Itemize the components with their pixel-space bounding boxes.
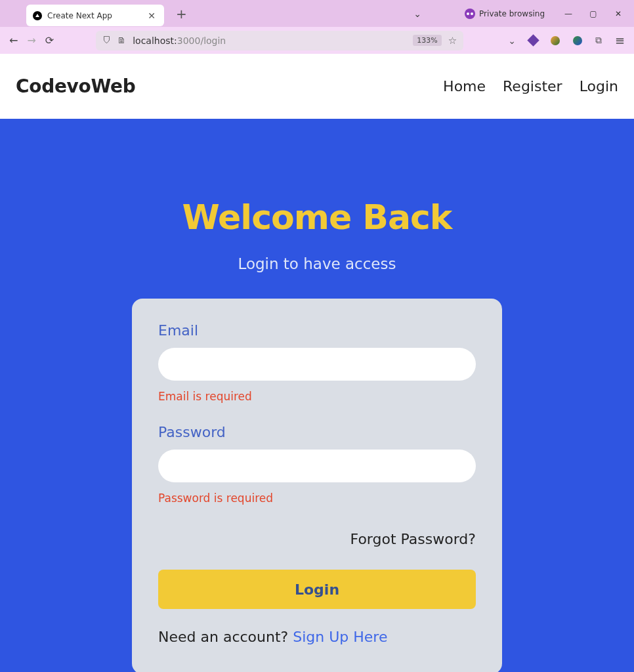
signup-link[interactable]: Sign Up Here bbox=[293, 629, 387, 645]
new-tab-button[interactable]: + bbox=[176, 7, 187, 20]
back-button[interactable]: ← bbox=[9, 34, 18, 47]
window-close-button[interactable]: ✕ bbox=[613, 9, 623, 18]
nav-login[interactable]: Login bbox=[580, 78, 618, 94]
mask-icon bbox=[465, 9, 475, 19]
page-title: Welcome Back bbox=[0, 198, 634, 237]
reload-button[interactable]: ⟳ bbox=[45, 34, 54, 47]
signup-prompt: Need an account? Sign Up Here bbox=[158, 629, 476, 645]
forgot-password-link[interactable]: Forgot Password? bbox=[158, 531, 476, 547]
private-browsing-indicator: Private browsing bbox=[465, 9, 545, 19]
tab-title: Create Next App bbox=[47, 11, 140, 20]
password-error: Password is required bbox=[158, 492, 476, 505]
browser-tab[interactable]: Create Next App ✕ bbox=[26, 5, 164, 26]
brand-logo[interactable]: CodevoWeb bbox=[16, 75, 136, 97]
tabs-dropdown-icon[interactable]: ⌄ bbox=[413, 9, 421, 19]
private-browsing-label: Private browsing bbox=[479, 9, 545, 18]
nav-home[interactable]: Home bbox=[443, 78, 486, 94]
tab-favicon-icon bbox=[33, 11, 42, 20]
email-field-group: Email Email is required bbox=[158, 322, 476, 403]
hamburger-menu-icon[interactable]: ≡ bbox=[615, 33, 625, 47]
pocket-icon[interactable]: ⌄ bbox=[508, 35, 516, 46]
password-label: Password bbox=[158, 424, 476, 440]
browser-toolbar: ← → ⟳ ⛉ 🗎 localhost:3000/login 133% ☆ ⌄ … bbox=[0, 27, 634, 54]
email-label: Email bbox=[158, 322, 476, 339]
primary-nav: Home Register Login bbox=[443, 78, 618, 94]
login-button[interactable]: Login bbox=[158, 570, 476, 609]
forward-button: → bbox=[27, 34, 35, 47]
shield-icon[interactable]: ⛉ bbox=[102, 35, 111, 45]
close-tab-icon[interactable]: ✕ bbox=[146, 10, 158, 21]
window-minimize-button[interactable]: — bbox=[563, 9, 574, 18]
page-icon[interactable]: 🗎 bbox=[117, 35, 126, 45]
extensions-icon[interactable]: ⧉ bbox=[595, 35, 602, 46]
url-text: localhost:3000/login bbox=[133, 35, 406, 46]
extension-globe-icon[interactable] bbox=[573, 36, 582, 45]
password-input[interactable] bbox=[158, 450, 476, 482]
bookmark-star-icon[interactable]: ☆ bbox=[448, 35, 457, 47]
page-subtitle: Login to have access bbox=[0, 255, 634, 272]
hero-section: Welcome Back Login to have access Email … bbox=[0, 119, 634, 672]
browser-tab-strip: Create Next App ✕ + ⌄ Private browsing —… bbox=[0, 0, 634, 27]
email-input[interactable] bbox=[158, 348, 476, 381]
address-bar[interactable]: ⛉ 🗎 localhost:3000/login 133% ☆ bbox=[96, 31, 463, 51]
signup-prompt-text: Need an account? bbox=[158, 629, 293, 645]
email-error: Email is required bbox=[158, 390, 476, 403]
zoom-badge[interactable]: 133% bbox=[413, 35, 441, 46]
site-header: CodevoWeb Home Register Login bbox=[0, 54, 634, 119]
login-card: Email Email is required Password Passwor… bbox=[132, 299, 502, 672]
extension-diamond-icon[interactable] bbox=[527, 34, 539, 46]
window-maximize-button[interactable]: ▢ bbox=[588, 9, 599, 18]
nav-register[interactable]: Register bbox=[503, 78, 562, 94]
extension-circle-icon[interactable] bbox=[551, 36, 560, 45]
password-field-group: Password Password is required bbox=[158, 424, 476, 505]
